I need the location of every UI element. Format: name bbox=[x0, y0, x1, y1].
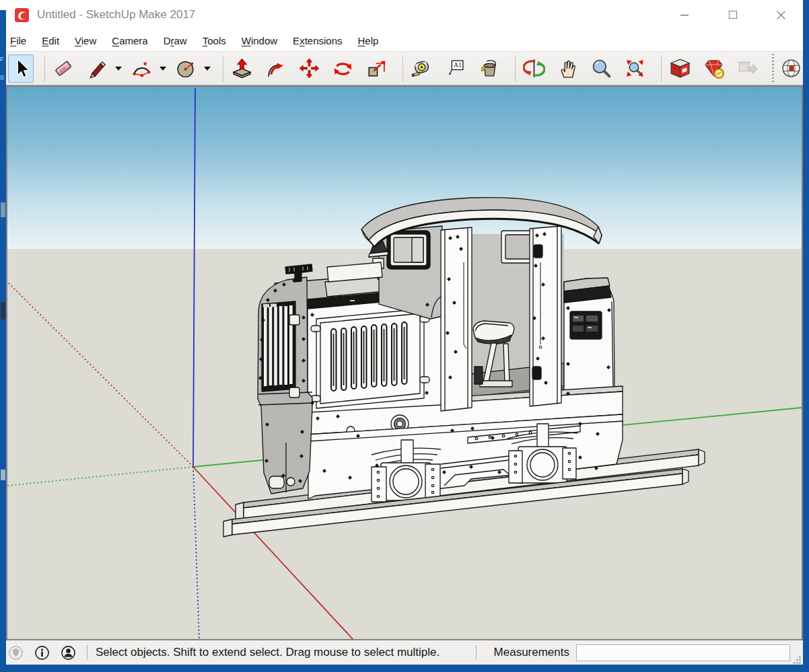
tool-move[interactable] bbox=[296, 54, 322, 83]
line-icon bbox=[86, 57, 108, 79]
arc-icon bbox=[131, 57, 153, 79]
desktop-edge-left: F S bbox=[0, 10, 6, 672]
toolbar-separator bbox=[515, 55, 516, 82]
status-separator bbox=[87, 645, 87, 660]
toolbar: pinkA1 bbox=[0, 51, 809, 85]
svg-text:A1: A1 bbox=[453, 61, 461, 69]
tool-tape-measure[interactable] bbox=[409, 54, 434, 83]
share-model-icon bbox=[736, 57, 759, 79]
tool-paint-bucket[interactable] bbox=[476, 54, 501, 83]
pan-icon bbox=[557, 57, 579, 79]
toolbar-separator bbox=[44, 55, 45, 82]
sign-in-icon[interactable] bbox=[61, 645, 76, 661]
menu-item-edit[interactable]: Edit bbox=[36, 31, 65, 50]
menu-item-extensions[interactable]: Extensions bbox=[287, 31, 347, 50]
dropdown-caret-circle[interactable] bbox=[204, 67, 211, 71]
zoom-icon bbox=[590, 57, 612, 79]
toolbar-grip[interactable] bbox=[772, 54, 774, 83]
tool-arc[interactable] bbox=[129, 54, 154, 83]
sketchup-logo bbox=[14, 7, 30, 23]
tool-line[interactable] bbox=[84, 54, 110, 83]
tool-3d-warehouse[interactable] bbox=[667, 54, 693, 83]
dropdown-caret-arc[interactable] bbox=[160, 67, 166, 71]
tool-follow-me[interactable] bbox=[262, 54, 288, 83]
push-pull-icon bbox=[231, 57, 253, 79]
tool-eraser[interactable]: pink bbox=[50, 54, 76, 83]
credits-icon[interactable] bbox=[34, 645, 50, 661]
resize-grip[interactable] bbox=[792, 655, 802, 664]
close-button[interactable] bbox=[769, 5, 792, 24]
eraser-icon: pink bbox=[52, 57, 75, 79]
minimize-button[interactable] bbox=[673, 5, 696, 24]
follow-me-icon bbox=[265, 57, 287, 79]
minimize-icon bbox=[680, 10, 689, 20]
toolbar-separator bbox=[661, 55, 662, 82]
desktop-icon-fragment bbox=[1, 470, 5, 480]
desktop-edge-right bbox=[803, 0, 809, 672]
tool-share-model[interactable] bbox=[734, 54, 760, 83]
zoom-extents-icon bbox=[624, 57, 646, 79]
menu-item-file[interactable]: File bbox=[5, 31, 32, 50]
desktop-icon-fragment bbox=[1, 302, 5, 320]
tool-zoom[interactable] bbox=[588, 54, 614, 83]
tool-zoom-extents[interactable] bbox=[622, 54, 647, 83]
viewport-canvas[interactable] bbox=[6, 85, 803, 640]
geolocation-icon[interactable] bbox=[8, 645, 24, 661]
menu-bar: FileEditViewCameraDrawToolsWindowExtensi… bbox=[0, 30, 809, 51]
text-icon: A1 bbox=[444, 57, 466, 79]
desktop-icon-fragment: F bbox=[0, 57, 6, 63]
tool-pan[interactable] bbox=[555, 54, 580, 83]
tool-extension-warehouse[interactable] bbox=[701, 54, 726, 83]
status-separator bbox=[476, 645, 477, 660]
menu-item-camera[interactable]: Camera bbox=[106, 31, 153, 50]
tool-circle[interactable] bbox=[173, 54, 199, 83]
desktop-edge-bottom bbox=[0, 665, 809, 672]
rotate-icon bbox=[332, 57, 354, 79]
measurements-input[interactable] bbox=[576, 644, 790, 661]
title-bar: Untitled - SketchUp Make 2017 bbox=[0, 0, 809, 30]
desktop-icon-fragment: S bbox=[0, 75, 6, 81]
model-scene bbox=[7, 87, 802, 639]
extension-warehouse-icon bbox=[703, 57, 725, 79]
select-icon bbox=[10, 57, 32, 79]
tool-select[interactable] bbox=[8, 54, 34, 83]
scale-icon bbox=[365, 57, 388, 79]
status-bar: Select objects. Shift to extend select. … bbox=[0, 640, 809, 665]
maximize-button[interactable] bbox=[722, 5, 744, 24]
menu-item-tools[interactable]: Tools bbox=[197, 31, 232, 50]
menu-item-help[interactable]: Help bbox=[353, 31, 384, 50]
window-title: Untitled - SketchUp Make 2017 bbox=[37, 8, 195, 22]
close-icon bbox=[776, 10, 786, 20]
orbit-icon bbox=[523, 57, 545, 79]
tool-rotate[interactable] bbox=[330, 54, 355, 83]
toolbar-separator bbox=[223, 55, 223, 82]
status-hint: Select objects. Shift to extend select. … bbox=[96, 646, 439, 659]
toolbar-separator bbox=[402, 55, 403, 82]
tape-measure-icon bbox=[411, 57, 433, 79]
tool-add-location[interactable] bbox=[778, 54, 804, 83]
menu-item-view[interactable]: View bbox=[69, 31, 102, 50]
tool-push-pull[interactable] bbox=[229, 54, 254, 83]
move-icon bbox=[298, 57, 320, 79]
tool-scale[interactable] bbox=[363, 54, 389, 83]
add-location-icon bbox=[780, 57, 802, 79]
3d-warehouse-icon bbox=[669, 57, 691, 79]
measurements-label: Measurements bbox=[494, 646, 569, 659]
tool-orbit[interactable] bbox=[521, 54, 547, 83]
status-icons bbox=[8, 645, 87, 661]
desktop-icon-fragment bbox=[1, 202, 5, 217]
menu-item-window[interactable]: Window bbox=[236, 31, 283, 50]
menu-item-draw[interactable]: Draw bbox=[158, 31, 192, 50]
maximize-icon bbox=[728, 10, 738, 20]
dropdown-caret-line[interactable] bbox=[115, 67, 122, 71]
circle-icon bbox=[175, 57, 197, 79]
paint-bucket-icon bbox=[478, 57, 500, 79]
tool-text[interactable]: A1 bbox=[442, 54, 468, 83]
